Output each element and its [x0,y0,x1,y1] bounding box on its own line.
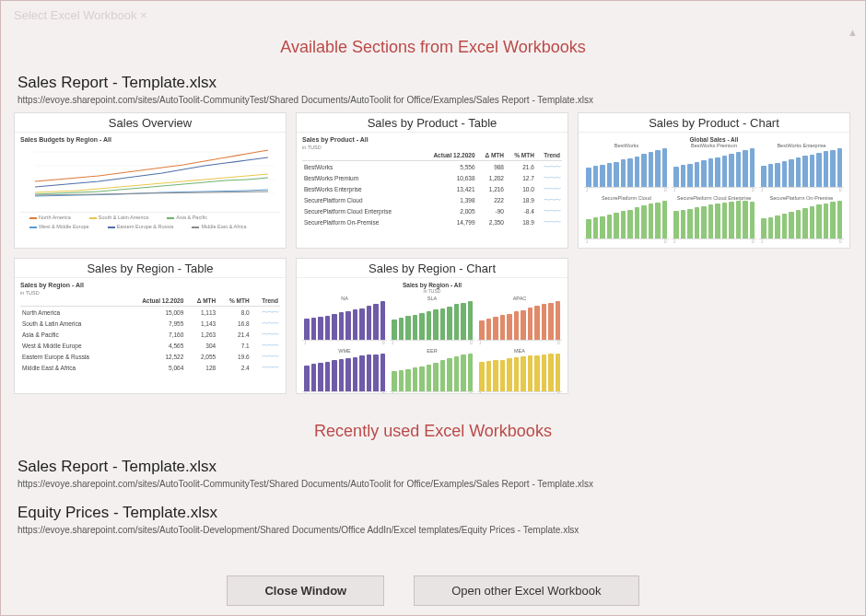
col-header: Actual 12.2020 [121,296,185,307]
sparkline-icon: ⁓⁓⁓ [536,183,562,194]
recent-item-path: https://evoye.sharepoint.com/sites/AutoT… [18,525,865,535]
col-header: Trend [536,150,562,161]
table-row: BestWorks Premium10,6381,20212.7⁓⁓⁓ [302,172,562,183]
bars [477,354,562,393]
mini-chart: BestWorks EnterpriseJD [759,143,844,192]
chart-title: Sales by Region - All [302,282,562,288]
axis: JD [302,341,387,345]
table-row: West & Middle Europe4,5653047.1⁓⁓⁓ [20,340,280,351]
recent-item[interactable]: Equity Prices - Template.xlsxhttps://evo… [1,504,865,535]
sparkline-icon: ⁓⁓⁓ [536,161,562,173]
recent-item-path: https://evoye.sharepoint.com/sites/AutoT… [18,479,865,489]
product-table: Actual 12.2020Δ MTH% MTHTrendBestWorks5,… [302,150,562,227]
card-overview-body: Sales Budgets by Region - All North Amer… [15,133,286,248]
table-row: SecurePlatform On-Premise14,7992,35018.9… [302,216,562,227]
table-row: North America15,0091,1138.0⁓⁓⁓ [20,307,280,319]
table-row: South & Latin America7,9551,14316.8⁓⁓⁓ [20,318,280,329]
sparkline-icon: ⁓⁓⁓ [252,362,280,373]
bars [390,354,474,393]
card-label: Sales by Region - Chart [297,259,568,278]
mini-chart: SecurePlatform Cloud EnterpriseJD [672,195,756,245]
line-chart-svg [20,143,280,207]
sparkline-icon: ⁓⁓⁓ [252,329,280,340]
axis: JD [584,188,669,192]
card-product-table-body: Sales by Product - All in TUSD Actual 12… [297,133,568,248]
card-label: Sales by Region - Table [15,259,286,278]
card-region-chart[interactable]: Sales by Region - Chart Sales by Region … [296,258,568,394]
table-row: Middle East & Africa5,0641282.4⁓⁓⁓ [20,362,280,373]
chart-title: Global Sales - All [584,136,844,143]
table-row: BestWorks5,55698821.6⁓⁓⁓ [302,161,562,173]
legend: North AmericaSouth & Latin AmericaAsia &… [20,212,280,229]
available-sections-heading: Available Sections from Excel Workbooks [1,38,865,57]
table-row: SecurePlatform Cloud Enterprise2,005-90-… [302,205,562,216]
col-header: Δ MTH [185,296,217,307]
axis: JD [477,341,562,345]
recent-item[interactable]: Sales Report - Template.xlsxhttps://evoy… [1,458,865,489]
recent-item-title: Equity Prices - Template.xlsx [18,504,865,522]
sparkline-icon: ⁓⁓⁓ [536,194,562,205]
sparkline-icon: ⁓⁓⁓ [536,172,562,183]
table-title: Sales by Region - All [20,282,280,288]
table-row: SecurePlatform Cloud1,39822218.9⁓⁓⁓ [302,194,562,205]
table-title: Sales by Product - All [302,136,562,143]
col-header [302,150,419,161]
axis: JD [759,239,844,244]
card-sales-overview[interactable]: Sales Overview Sales Budgets by Region -… [14,112,287,249]
bars [302,301,387,341]
card-region-table[interactable]: Sales by Region - Table Sales by Region … [14,258,287,394]
legend-item: Asia & Pacific [158,215,207,220]
region-table: Actual 12.2020Δ MTH% MTHTrendNorth Ameri… [20,296,280,373]
section-cards: Sales Overview Sales Budgets by Region -… [1,112,865,394]
button-bar: Close Window Open other Excel Workbook [1,575,865,606]
table-row: Eastern Europe & Russia12,5222,05519.6⁓⁓… [20,351,280,362]
mini-chart: SLAJD [390,296,474,345]
axis: JD [584,239,669,244]
axis: JD [390,341,474,345]
axis: JD [302,392,387,393]
sparkline-icon: ⁓⁓⁓ [252,351,280,362]
card-label: Sales by Product - Chart [579,113,849,133]
sparkline-icon: ⁓⁓⁓ [252,307,280,319]
mini-chart: MEAJD [477,348,562,394]
bars [759,201,844,240]
mini-chart: SecurePlatform CloudJD [584,195,669,245]
legend-item: North America [20,215,71,220]
open-other-workbook-button[interactable]: Open other Excel Workbook [414,575,638,606]
axis: JD [759,188,844,192]
col-header: Trend [252,296,280,307]
recent-item-title: Sales Report - Template.xlsx [18,458,865,476]
axis: JD [672,239,756,244]
mini-chart-title: Sales Budgets by Region - All [20,136,280,143]
card-product-table[interactable]: Sales by Product - Table Sales by Produc… [296,112,568,249]
recent-heading: Recently used Excel Workbooks [1,422,865,441]
col-header [20,296,121,307]
bars [672,148,756,188]
chart-subtitle: in TUSD [302,288,562,294]
close-window-button[interactable]: Close Window [227,575,384,606]
axis: JD [672,188,756,192]
sparkline-icon: ⁓⁓⁓ [536,216,562,227]
sparkline-icon: ⁓⁓⁓ [536,205,562,216]
recent-list: Sales Report - Template.xlsxhttps://evoy… [1,458,865,535]
workbook-title: Sales Report - Template.xlsx [18,74,865,92]
card-region-table-body: Sales by Region - All in TUSD Actual 12.… [15,278,286,393]
small-multiples: NAJDSLAJDAPACJDWMEJDEERJDMEAJD [302,296,562,393]
bars [302,354,387,393]
card-label: Sales by Product - Table [297,113,568,133]
legend-item: West & Middle Europe [20,224,89,229]
sparkline-icon: ⁓⁓⁓ [252,318,280,329]
bars [672,201,756,240]
bars [584,148,669,188]
scroll-up-icon[interactable]: ▲ [848,27,858,38]
mini-chart: APACJD [477,296,562,345]
mini-chart: BestWorks PremiumJD [672,143,756,192]
card-product-chart[interactable]: Sales by Product - Chart Global Sales - … [578,112,850,249]
mini-chart: BestWorksJD [584,143,669,192]
tab-label: Select Excel Workbook × [14,8,147,22]
mini-chart: WMEJD [302,348,387,394]
table-row: BestWorks Enterprise13,4211,21610.0⁓⁓⁓ [302,183,562,194]
legend-item: South & Latin America [80,215,148,220]
card-label: Sales Overview [15,113,286,133]
bars [759,148,844,188]
